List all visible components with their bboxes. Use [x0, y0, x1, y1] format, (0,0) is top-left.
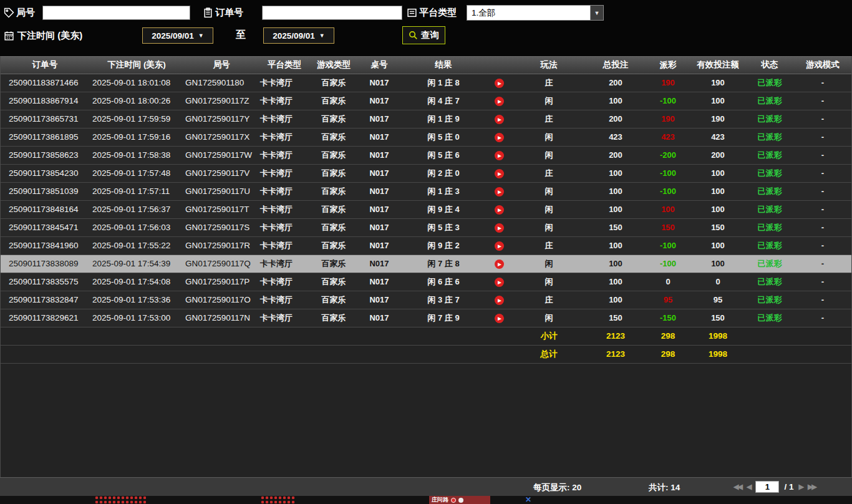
cell-round-no: GN1725901180: [184, 74, 259, 92]
play-video-icon[interactable]: ▶: [495, 79, 504, 88]
table-summary: 小计 2123 298 1998 总计 2123 298 1998: [1, 327, 851, 363]
cell-payout: 95: [646, 291, 690, 309]
play-video-icon[interactable]: ▶: [495, 133, 504, 142]
subtotal-row: 小计 2123 298 1998: [1, 327, 851, 345]
total-spacer-end: [745, 345, 851, 363]
cell-game-type: 百家乐: [310, 218, 357, 236]
table-row[interactable]: 2509011838679142025-09-01 18:00:26GN0172…: [1, 92, 851, 110]
column-header: 平台类型: [259, 57, 310, 74]
play-video-icon[interactable]: ▶: [495, 223, 504, 233]
cell-round-no: GN0172590117P: [184, 273, 259, 291]
cell-round-no: GN0172590117T: [184, 200, 259, 218]
cell-payout: -100: [646, 182, 690, 200]
background-game-sliver: 庄问路 ✕: [0, 496, 852, 504]
cell-result: 闲 5 庄 6: [401, 146, 486, 164]
cell-platform: 卡卡湾厅: [259, 236, 310, 254]
column-header: 游戏类型: [310, 57, 357, 74]
column-header: 状态: [745, 57, 794, 74]
cell-play-type: 闲: [512, 128, 586, 146]
last-page-icon[interactable]: ▶▶: [808, 483, 816, 491]
cell-total-bet: 100: [586, 236, 646, 254]
table-row[interactable]: 2509011738481642025-09-01 17:56:37GN0172…: [1, 200, 851, 218]
column-header: [486, 57, 512, 74]
filter-bar: 局号 订单号 平台类型 1.全部 ▼ 下注时间 (美东) 2025/09/01 …: [0, 0, 852, 56]
play-icon-cell: ▶: [486, 182, 512, 200]
cell-game-type: 百家乐: [310, 164, 357, 182]
table-row[interactable]: 2509011738510392025-09-01 17:57:11GN0172…: [1, 182, 851, 200]
search-button[interactable]: 查询: [402, 26, 445, 44]
next-page-icon[interactable]: ▶: [798, 483, 802, 491]
cell-platform: 卡卡湾厅: [259, 164, 310, 182]
play-video-icon[interactable]: ▶: [495, 169, 504, 178]
cell-result: 闲 5 庄 3: [401, 218, 486, 236]
play-icon-cell: ▶: [486, 74, 512, 92]
play-video-icon[interactable]: ▶: [495, 151, 504, 160]
table-row[interactable]: 2509011738380892025-09-01 17:54:39GN0172…: [1, 254, 851, 273]
order-input[interactable]: [262, 6, 402, 20]
cell-table-no: N017: [357, 74, 401, 92]
play-video-icon[interactable]: ▶: [495, 241, 504, 251]
prev-page-icon[interactable]: ◀: [747, 483, 750, 491]
platform-type-dropdown[interactable]: 1.全部 ▼: [467, 5, 604, 21]
play-video-icon[interactable]: ▶: [495, 314, 504, 323]
cell-table-no: N017: [357, 200, 401, 218]
date-from-picker[interactable]: 2025/09/01 ▼: [142, 27, 213, 44]
cell-game-type: 百家乐: [310, 110, 357, 128]
cell-total-bet: 200: [586, 110, 646, 128]
play-video-icon[interactable]: ▶: [495, 115, 504, 124]
play-video-icon[interactable]: ▶: [495, 278, 504, 287]
cell-valid-bet: 150: [690, 218, 745, 236]
cell-game-mode: -: [794, 273, 851, 291]
table-row[interactable]: 2509011738618952025-09-01 17:59:16GN0172…: [1, 128, 851, 146]
cell-game-type: 百家乐: [310, 92, 357, 110]
cell-game-mode: -: [794, 200, 851, 218]
page-number-input[interactable]: 1: [755, 481, 779, 493]
cell-valid-bet: 423: [690, 128, 745, 146]
cell-play-type: 庄: [512, 291, 586, 309]
play-video-icon[interactable]: ▶: [495, 296, 504, 305]
table-row[interactable]: 2509011738542302025-09-01 17:57:48GN0172…: [1, 164, 851, 182]
play-icon-cell: ▶: [486, 291, 512, 309]
cell-play-type: 庄: [512, 74, 586, 92]
table-row[interactable]: 2509011838714662025-09-01 18:01:08GN1725…: [1, 74, 851, 92]
first-page-icon[interactable]: ◀◀: [733, 483, 742, 491]
table-row[interactable]: 2509011738586232025-09-01 17:58:38GN0172…: [1, 146, 851, 164]
cell-valid-bet: 95: [690, 291, 745, 309]
cell-table-no: N017: [357, 254, 401, 273]
cell-order-no: 250901183871466: [1, 74, 89, 92]
play-video-icon[interactable]: ▶: [495, 97, 504, 106]
cell-game-mode: -: [794, 236, 851, 254]
cell-game-mode: -: [794, 182, 851, 200]
table-row[interactable]: 2509011738454712025-09-01 17:56:03GN0172…: [1, 218, 851, 236]
play-video-icon[interactable]: ▶: [495, 205, 504, 215]
cell-platform: 卡卡湾厅: [259, 200, 310, 218]
cell-platform: 卡卡湾厅: [259, 110, 310, 128]
cell-bet-time: 2025-09-01 17:55:22: [89, 236, 184, 254]
cell-round-no: GN0172590117Y: [184, 110, 259, 128]
play-video-icon[interactable]: ▶: [495, 187, 504, 196]
cell-table-no: N017: [357, 236, 401, 254]
date-from-value: 2025/09/01: [152, 31, 194, 41]
cell-bet-time: 2025-09-01 18:00:26: [89, 92, 184, 110]
table-row[interactable]: 2509011738355752025-09-01 17:54:08GN0172…: [1, 273, 851, 291]
cell-status: 已派彩: [745, 273, 794, 291]
cell-play-type: 闲: [512, 273, 586, 291]
cell-total-bet: 100: [586, 273, 646, 291]
banker-dot-icon: [451, 498, 456, 503]
play-video-icon[interactable]: ▶: [495, 259, 504, 269]
round-label: 局号: [16, 7, 35, 19]
cell-play-type: 闲: [512, 200, 586, 218]
column-header: 游戏模式: [794, 57, 851, 74]
subtotal-valid-bet: 1998: [690, 327, 745, 345]
table-row[interactable]: 2509011738296212025-09-01 17:53:00GN0172…: [1, 309, 851, 327]
table-row[interactable]: 2509011738657312025-09-01 17:59:59GN0172…: [1, 110, 851, 128]
date-to-picker[interactable]: 2025/09/01 ▼: [263, 27, 334, 44]
cell-play-type: 闲: [512, 218, 586, 236]
table-row[interactable]: 2509011738328472025-09-01 17:53:36GN0172…: [1, 291, 851, 309]
cell-total-bet: 200: [586, 74, 646, 92]
cell-payout: -100: [646, 92, 690, 110]
round-input[interactable]: [42, 6, 190, 20]
cell-play-type: 庄: [512, 164, 586, 182]
cell-result: 闲 2 庄 0: [401, 164, 486, 182]
table-row[interactable]: 2509011738419602025-09-01 17:55:22GN0172…: [1, 236, 851, 254]
